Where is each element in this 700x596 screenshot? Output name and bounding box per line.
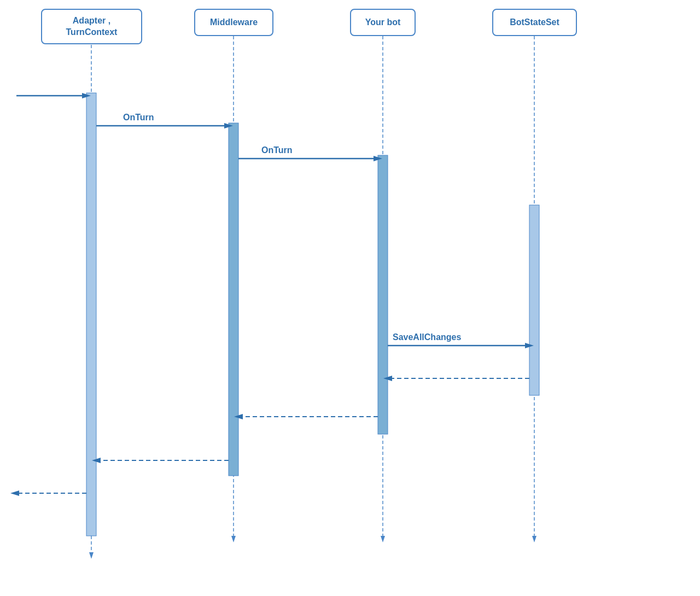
svg-marker-8 [532, 536, 536, 542]
svg-rect-10 [229, 123, 238, 476]
svg-marker-6 [381, 536, 385, 542]
svg-text:OnTurn: OnTurn [123, 113, 154, 122]
actor-middleware: Middleware [194, 9, 273, 36]
svg-text:OnTurn: OnTurn [261, 145, 293, 155]
svg-rect-11 [378, 155, 388, 434]
sequence-diagram: OnTurn OnTurn SaveAllChanges Adapter , T… [0, 0, 700, 596]
svg-marker-4 [231, 536, 236, 542]
actor-middleware-label: Middleware [210, 17, 258, 27]
actor-yourbot: Your bot [350, 9, 416, 36]
actor-adapter-label: Adapter , TurnContext [66, 15, 118, 38]
svg-rect-12 [529, 205, 539, 395]
svg-text:SaveAllChanges: SaveAllChanges [393, 332, 461, 342]
svg-marker-28 [10, 490, 19, 496]
actor-yourbot-label: Your bot [365, 17, 401, 27]
svg-diagram: OnTurn OnTurn SaveAllChanges [0, 0, 700, 596]
svg-marker-2 [89, 552, 94, 559]
actor-adapter: Adapter , TurnContext [41, 9, 142, 44]
actor-botstateset-label: BotStateSet [510, 17, 559, 27]
actor-botstateset: BotStateSet [492, 9, 577, 36]
svg-rect-9 [86, 93, 96, 536]
